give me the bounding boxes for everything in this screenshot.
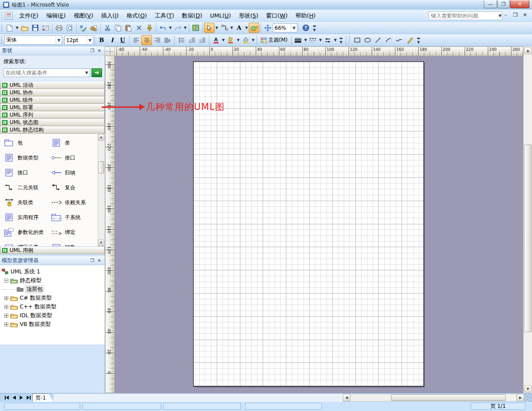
doc-close-button[interactable]: ✕ bbox=[521, 12, 528, 18]
stencil-uml-sequence[interactable]: UML 序列 bbox=[0, 111, 105, 119]
stencil-uml-deployment[interactable]: UML 部署 bbox=[0, 104, 105, 111]
shape-binary-association[interactable]: 二元关联 bbox=[1, 180, 48, 195]
scrollbar-thumb[interactable] bbox=[98, 161, 104, 174]
underline-button[interactable]: U bbox=[117, 35, 128, 45]
tree-item-uml-system[interactable]: UML 系统 1 bbox=[2, 267, 105, 276]
align-center-button[interactable] bbox=[141, 35, 152, 45]
text-tool-button[interactable]: A bbox=[234, 23, 244, 33]
shape-binding[interactable]: «··»绑定 bbox=[48, 225, 95, 240]
scroll-up-icon[interactable]: ▲ bbox=[98, 134, 104, 141]
shape-bound-element[interactable]: 绑定元素 bbox=[1, 240, 48, 247]
stencil-uml-usecase[interactable]: UML 用例 bbox=[0, 247, 105, 254]
scroll-left-icon[interactable]: ◀ bbox=[343, 394, 350, 401]
redo-button[interactable] bbox=[173, 23, 183, 33]
help-search-input[interactable] bbox=[429, 13, 498, 19]
line-pattern-button[interactable] bbox=[308, 35, 318, 45]
shape-package[interactable]: 包 bbox=[1, 135, 48, 150]
shape-subsystem[interactable]: «⋯»子系统 bbox=[48, 210, 95, 225]
print-preview-button[interactable] bbox=[64, 23, 75, 33]
line-ends-button[interactable] bbox=[323, 35, 333, 45]
highlight-button[interactable] bbox=[225, 35, 236, 45]
pointer-tool-dropdown[interactable]: ▼ bbox=[215, 23, 219, 33]
help-button[interactable]: ? bbox=[300, 23, 311, 33]
pencil-tool-button[interactable] bbox=[405, 35, 415, 45]
ellipse-tool-button[interactable] bbox=[363, 35, 373, 45]
increase-indent-button[interactable] bbox=[197, 35, 208, 45]
font-name-input[interactable] bbox=[5, 37, 56, 43]
shape-search-input[interactable] bbox=[4, 70, 84, 76]
text-tool-dropdown[interactable]: ▼ bbox=[244, 23, 249, 33]
shape-interface-lollipop[interactable]: 接口 bbox=[48, 150, 95, 165]
maximize-button[interactable]: ❐ bbox=[497, 0, 510, 8]
paste-button[interactable] bbox=[123, 23, 134, 33]
tree-item-cpp-datatypes[interactable]: C++ 数据类型 bbox=[2, 302, 105, 311]
delete-button[interactable] bbox=[134, 23, 144, 33]
search-go-button[interactable]: ➜ bbox=[92, 68, 102, 77]
expand-icon[interactable] bbox=[4, 314, 8, 318]
shape-parameterized-class[interactable]: 参数化的类 bbox=[1, 225, 48, 240]
search-dropdown-icon[interactable]: ▼ bbox=[84, 71, 90, 75]
font-size-input[interactable] bbox=[65, 37, 87, 43]
scroll-down-icon[interactable]: ▼ bbox=[98, 240, 104, 246]
scrollbar-thumb[interactable] bbox=[524, 145, 532, 332]
rectangle-tool-button[interactable] bbox=[352, 35, 363, 45]
shape-class[interactable]: 类 bbox=[48, 135, 95, 150]
chevron-down-icon[interactable]: ▼ bbox=[498, 14, 502, 18]
new-document-button[interactable] bbox=[4, 23, 15, 33]
scroll-right-icon[interactable]: ▶ bbox=[517, 394, 524, 401]
shape-association-class[interactable]: 关联类 bbox=[1, 195, 48, 210]
bullets-button[interactable] bbox=[176, 35, 187, 45]
new-document-dropdown[interactable]: ▼ bbox=[15, 23, 19, 33]
save-button[interactable] bbox=[30, 23, 40, 33]
open-button[interactable] bbox=[19, 23, 30, 33]
menu-edit[interactable]: 编辑(E) bbox=[42, 11, 70, 21]
drawing-tool-button[interactable] bbox=[249, 23, 259, 33]
menu-window[interactable]: 窗口(W) bbox=[262, 11, 292, 21]
tree-item-csharp-datatypes[interactable]: C# 数据类型 bbox=[2, 294, 105, 302]
collapse-icon[interactable] bbox=[4, 279, 8, 283]
next-page-button[interactable] bbox=[18, 393, 25, 402]
doc-restore-button[interactable]: ❐ bbox=[512, 12, 519, 18]
shape-utility[interactable]: 实用程序 bbox=[1, 210, 48, 225]
email-button[interactable] bbox=[40, 23, 51, 33]
copy-button[interactable] bbox=[113, 23, 123, 33]
toolbar-options-chevron2[interactable]: ▬▼ bbox=[338, 36, 344, 44]
zoom-dropdown[interactable]: ▼ bbox=[291, 24, 297, 32]
connector-tool-button[interactable] bbox=[219, 23, 229, 33]
shape-generalization[interactable]: 归纳 bbox=[48, 165, 95, 180]
drawing-toolbar-grip[interactable] bbox=[349, 36, 351, 45]
resize-grip[interactable] bbox=[524, 393, 532, 402]
menu-format[interactable]: 格式(O) bbox=[123, 11, 151, 21]
shape-composition[interactable]: 复合 bbox=[48, 180, 95, 195]
shape-search-combo[interactable]: ▼ bbox=[4, 68, 90, 77]
shape-interface[interactable]: 接口 bbox=[1, 165, 48, 180]
page-tab[interactable]: 页-1 bbox=[32, 393, 53, 402]
font-color-button[interactable]: A bbox=[211, 35, 221, 45]
cut-button[interactable] bbox=[102, 23, 113, 33]
toolbar-options-chevron[interactable]: ▬▼ bbox=[312, 24, 317, 32]
tree-item-idl-datatypes[interactable]: IDL 数据类型 bbox=[2, 311, 105, 320]
font-size-combo[interactable]: ▼ bbox=[64, 35, 93, 45]
redo-dropdown[interactable]: ▼ bbox=[183, 23, 187, 33]
font-size-dropdown[interactable]: ▼ bbox=[87, 36, 93, 44]
scroll-up-icon[interactable]: ▲ bbox=[524, 47, 532, 54]
expand-icon[interactable] bbox=[4, 305, 8, 309]
fill-color-dropdown[interactable]: ▼ bbox=[251, 35, 255, 45]
close-panel-icon[interactable]: ✕ bbox=[96, 258, 103, 264]
format-painter-button[interactable] bbox=[144, 23, 155, 33]
font-name-dropdown[interactable]: ▼ bbox=[56, 36, 62, 44]
undo-button[interactable] bbox=[158, 23, 168, 33]
prev-page-button[interactable] bbox=[10, 393, 18, 402]
shape-dependency[interactable]: 依赖关系 bbox=[48, 195, 95, 210]
text-spacing-button[interactable]: A bbox=[162, 35, 173, 45]
line-pattern-dropdown[interactable]: ▼ bbox=[318, 35, 323, 45]
stencil-uml-activity[interactable]: UML 活动 bbox=[0, 81, 105, 89]
menu-insert[interactable]: 插入(I) bbox=[97, 11, 123, 21]
minimize-button[interactable]: — bbox=[484, 0, 497, 8]
freeform-tool-button[interactable] bbox=[394, 35, 405, 45]
pan-zoom-button[interactable] bbox=[262, 23, 273, 33]
pointer-tool-button[interactable] bbox=[204, 23, 215, 33]
shape-datatype[interactable]: 数据类型 bbox=[1, 150, 48, 165]
connector-tool-dropdown[interactable]: ▼ bbox=[229, 23, 234, 33]
last-page-button[interactable] bbox=[25, 393, 32, 402]
